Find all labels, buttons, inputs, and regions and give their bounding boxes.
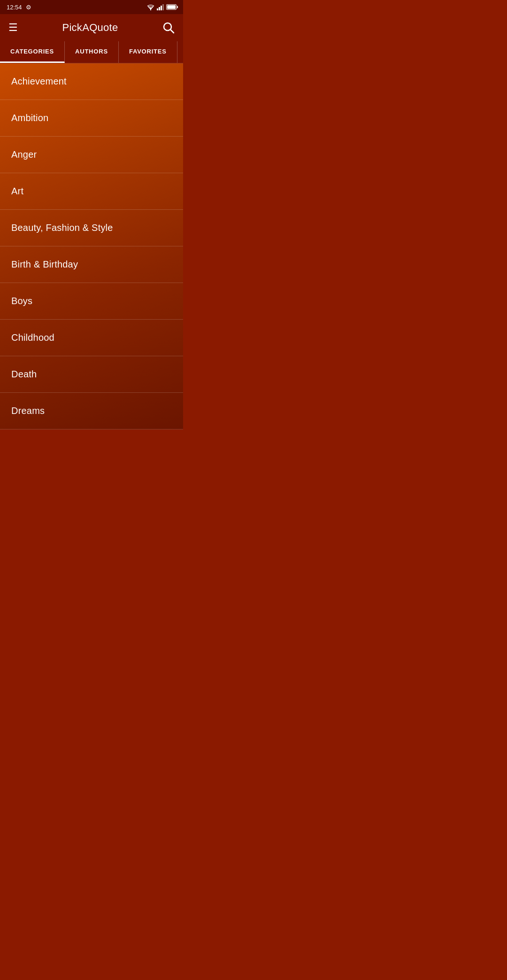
category-label: Childhood: [11, 332, 54, 343]
category-item[interactable]: Boys: [0, 283, 183, 320]
category-item[interactable]: Art: [0, 173, 183, 210]
category-label: Achievement: [11, 76, 67, 87]
category-label: Beauty, Fashion & Style: [11, 222, 113, 233]
status-bar: 12:54 ⚙: [0, 0, 183, 14]
category-label: Ambition: [11, 113, 48, 123]
app-title: PickAQuote: [62, 22, 118, 34]
content-area: AchievementAmbitionAngerArtBeauty, Fashi…: [0, 63, 183, 429]
wifi-icon: [146, 4, 155, 10]
category-item[interactable]: Death: [0, 356, 183, 393]
menu-button[interactable]: ☰: [8, 23, 18, 33]
toolbar: ☰ PickAQuote: [0, 14, 183, 41]
category-label: Art: [11, 186, 23, 197]
tab-categories[interactable]: CATEGORIES: [0, 41, 65, 63]
tab-bar: CATEGORIES AUTHORS FAVORITES RECEN...: [0, 41, 183, 63]
tab-recent[interactable]: RECEN...: [177, 41, 183, 63]
category-item[interactable]: Childhood: [0, 320, 183, 356]
category-label: Birth & Birthday: [11, 259, 78, 270]
category-label: Dreams: [11, 406, 45, 416]
category-item[interactable]: Beauty, Fashion & Style: [0, 210, 183, 246]
svg-point-0: [150, 9, 151, 10]
status-left: 12:54 ⚙: [7, 4, 31, 11]
category-item[interactable]: Birth & Birthday: [0, 246, 183, 283]
signal-icon: [157, 4, 164, 10]
settings-icon: ⚙: [26, 4, 31, 11]
tab-favorites[interactable]: FAVORITES: [119, 41, 177, 63]
category-item[interactable]: Achievement: [0, 63, 183, 100]
category-list: AchievementAmbitionAngerArtBeauty, Fashi…: [0, 63, 183, 429]
search-button[interactable]: [162, 22, 175, 34]
category-item[interactable]: Ambition: [0, 100, 183, 137]
status-time: 12:54: [7, 4, 22, 11]
svg-rect-3: [161, 6, 162, 10]
category-label: Anger: [11, 149, 37, 160]
category-item[interactable]: Dreams: [0, 393, 183, 429]
category-label: Death: [11, 369, 37, 380]
category-item[interactable]: Anger: [0, 137, 183, 173]
status-right: [146, 4, 177, 10]
svg-rect-1: [157, 8, 158, 10]
tab-authors[interactable]: AUTHORS: [65, 41, 119, 63]
category-label: Boys: [11, 296, 32, 306]
svg-rect-4: [162, 4, 164, 10]
battery-icon: [166, 4, 177, 10]
svg-rect-2: [159, 7, 160, 10]
svg-line-6: [170, 30, 174, 33]
